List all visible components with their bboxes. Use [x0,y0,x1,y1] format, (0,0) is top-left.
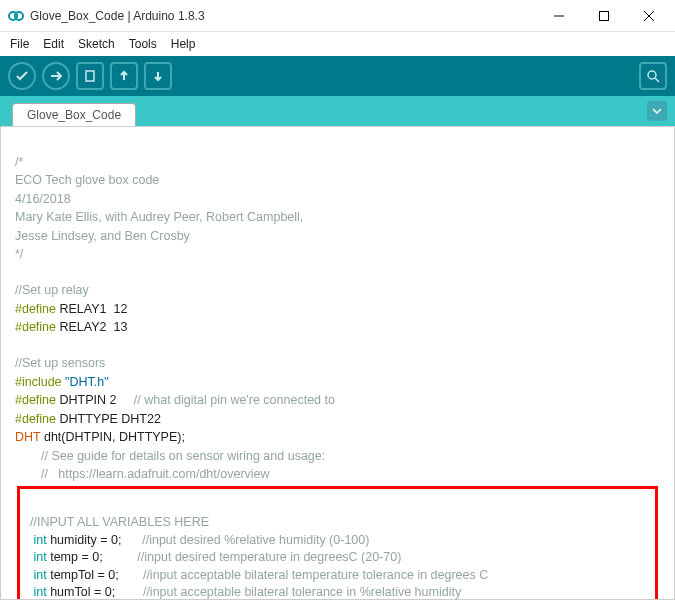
menubar: File Edit Sketch Tools Help [0,32,675,56]
keyword: int [33,568,46,582]
code-text: temp = 0; [47,550,103,564]
code-text: DHTPIN 2 [56,393,134,407]
comment: //Set up sensors [15,356,105,370]
code-content: /* ECO Tech glove box code 4/16/2018 Mar… [1,127,674,600]
keyword: int [33,585,46,599]
comment: // See guide for details on sensor wirin… [41,449,325,463]
comment: //input desired temperature in degreesC … [103,550,402,564]
comment: //input acceptable bilateral temperature… [119,568,489,582]
serial-monitor-button[interactable] [639,62,667,90]
tab-sketch[interactable]: Glove_Box_Code [12,103,136,126]
titlebar: Glove_Box_Code | Arduino 1.8.3 [0,0,675,32]
menu-edit[interactable]: Edit [37,35,70,53]
comment: // https://learn.adafruit.com/dht/overvi… [41,467,270,481]
code-text: RELAY1 12 [56,302,127,316]
toolbar [0,56,675,96]
code-text: humTol = 0; [47,585,115,599]
code-editor[interactable]: /* ECO Tech glove box code 4/16/2018 Mar… [0,126,675,600]
upload-button[interactable] [42,62,70,90]
type: DHT [15,430,40,444]
svg-point-7 [648,71,656,79]
directive: #define [15,393,56,407]
comment: 4/16/2018 [15,192,71,206]
code-text: humidity = 0; [47,533,122,547]
comment: //input acceptable bilateral tolerance i… [115,585,461,599]
tabbar: Glove_Box_Code [0,96,675,126]
window-controls [536,1,671,31]
svg-rect-6 [86,71,94,81]
save-button[interactable] [144,62,172,90]
keyword: int [33,550,46,564]
code-text: RELAY2 13 [56,320,127,334]
comment: // what digital pin we're connected to [134,393,335,407]
arduino-icon [8,8,24,24]
comment: //Set up relay [15,283,89,297]
comment: */ [15,247,23,261]
directive: #define [15,320,56,334]
comment: //INPUT ALL VARIABLES HERE [30,515,209,529]
highlight-box: //INPUT ALL VARIABLES HERE int humidity … [17,486,658,601]
comment: Jesse Lindsey, and Ben Crosby [15,229,190,243]
svg-line-8 [655,78,659,82]
svg-rect-3 [599,11,608,20]
open-button[interactable] [110,62,138,90]
comment: Mary Kate Ellis, with Audrey Peer, Rober… [15,210,303,224]
window-title: Glove_Box_Code | Arduino 1.8.3 [30,9,536,23]
maximize-button[interactable] [581,1,626,31]
comment: /* [15,155,23,169]
new-button[interactable] [76,62,104,90]
code-text: dht(DHTPIN, DHTTYPE); [40,430,184,444]
comment: ECO Tech glove box code [15,173,159,187]
code-text: DHTTYPE DHT22 [56,412,161,426]
comment: //input desired %relative humidity (0-10… [121,533,369,547]
verify-button[interactable] [8,62,36,90]
close-button[interactable] [626,1,671,31]
directive: #define [15,412,56,426]
menu-tools[interactable]: Tools [123,35,163,53]
code-text: tempTol = 0; [47,568,119,582]
menu-sketch[interactable]: Sketch [72,35,121,53]
directive: #define [15,302,56,316]
keyword: int [33,533,46,547]
string: "DHT.h" [62,375,109,389]
menu-file[interactable]: File [4,35,35,53]
menu-help[interactable]: Help [165,35,202,53]
directive: #include [15,375,62,389]
minimize-button[interactable] [536,1,581,31]
tab-dropdown[interactable] [647,101,667,121]
